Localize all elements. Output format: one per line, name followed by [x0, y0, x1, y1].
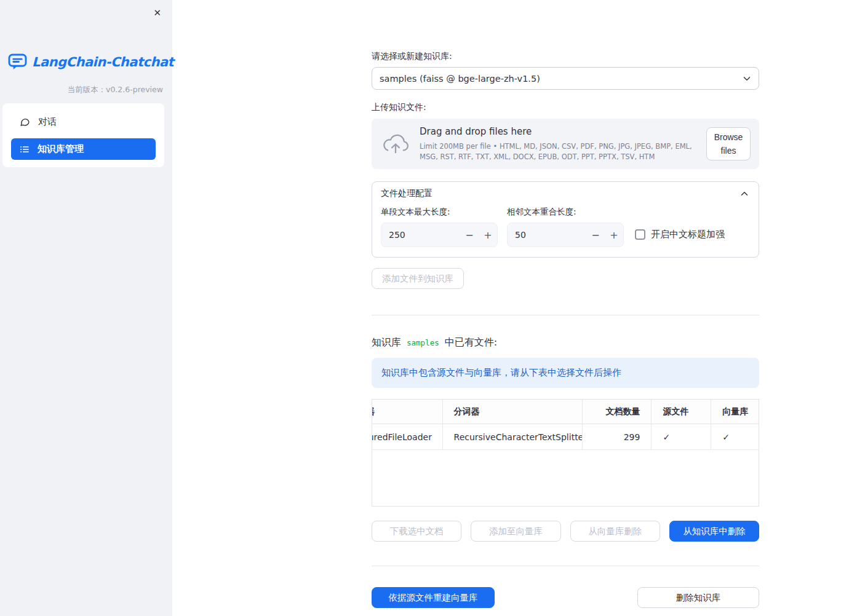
delete-kb-button[interactable]: 删除知识库 — [637, 587, 759, 608]
add-files-to-kb-button[interactable]: 添加文件到知识库 — [372, 268, 464, 289]
delete-from-vector-store-button[interactable]: 从向量库删除 — [570, 521, 660, 542]
column-header-splitter: 分词器 — [443, 400, 583, 424]
existing-files-line: 知识库 samples 中已有文件: — [372, 336, 759, 349]
file-dropzone[interactable]: Drag and drop files here Limit 200MB per… — [372, 119, 759, 169]
expander-title: 文件处理配置 — [381, 188, 432, 199]
overlap-group: 相邻文本重合长度: 50 − + — [507, 207, 624, 247]
overlap-value: 50 — [508, 230, 586, 240]
cell-loader: UnstructuredFileLoader — [372, 424, 443, 449]
kb-name-code: samples — [407, 338, 439, 347]
kb-select[interactable]: samples (faiss @ bge-large-zh-v1.5) — [372, 67, 759, 90]
delete-from-kb-button[interactable]: 从知识库中删除 — [669, 521, 759, 542]
kb-select-label: 请选择或新建知识库: — [372, 51, 759, 62]
kb-select-value: samples (faiss @ bge-large-zh-v1.5) — [380, 74, 741, 84]
version-label: 当前版本： — [68, 85, 106, 94]
file-actions-row: 下载选中文档 添加至向量库 从向量库删除 从知识库中删除 — [372, 521, 759, 542]
rebuild-vector-store-button[interactable]: 依据源文件重建向量库 — [372, 587, 495, 608]
logo-chat-icon — [8, 53, 27, 70]
browse-files-button[interactable]: Browse files — [706, 127, 751, 161]
plus-stepper[interactable]: + — [479, 229, 497, 241]
sidebar-item-label: 知识库管理 — [38, 143, 84, 155]
sidebar-close-icon[interactable]: ✕ — [151, 5, 164, 21]
expander-header[interactable]: 文件处理配置 — [372, 182, 759, 205]
app-logo: LangChain-Chatchat — [8, 53, 173, 70]
sidebar-item-knowledge-base[interactable]: 知识库管理 — [11, 138, 156, 160]
column-header-vector-store: 向量库 — [711, 400, 759, 424]
files-table: 文档加载器 分词器 文档数量 源文件 向量库 UnstructuredFileL… — [372, 399, 759, 507]
expander-body: 单段文本最大长度: 250 − + 相邻文本重合长度: 50 − + — [372, 205, 759, 257]
dropzone-title: Drag and drop files here — [420, 126, 696, 137]
info-banner: 知识库中包含源文件与向量库，请从下表中选择文件后操作 — [372, 358, 759, 388]
overlap-input[interactable]: 50 − + — [507, 223, 624, 247]
chunk-size-value: 250 — [381, 230, 460, 240]
sidebar-menu: 对话 知识库管理 — [2, 103, 164, 167]
zh-title-checkbox-label: 开启中文标题加强 — [651, 229, 725, 240]
version-value: v0.2.6-preview — [106, 85, 163, 94]
sidebar: ✕ LangChain-Chatchat 当前版本：v0.2.6-preview… — [0, 0, 172, 616]
minus-stepper[interactable]: − — [460, 229, 479, 241]
divider — [372, 315, 759, 315]
minus-stepper[interactable]: − — [586, 229, 605, 241]
check-icon: ✓ — [722, 432, 730, 442]
cell-vector-check: ✓ — [711, 424, 759, 449]
cell-doc-count: 299 — [583, 424, 652, 449]
chat-bubble-icon — [20, 117, 30, 127]
chunk-size-input[interactable]: 250 − + — [381, 223, 498, 247]
dropzone-limits: Limit 200MB per file • HTML, MD, JSON, C… — [420, 141, 696, 161]
table-header-row: 文档加载器 分词器 文档数量 源文件 向量库 — [372, 400, 759, 424]
list-icon — [20, 144, 30, 154]
chevron-down-icon — [741, 73, 752, 84]
download-selected-button[interactable]: 下载选中文档 — [372, 521, 461, 542]
check-icon: ✓ — [663, 432, 670, 442]
cell-splitter: RecursiveCharacterTextSplitter — [443, 424, 583, 449]
existing-suffix: 中已有文件: — [445, 336, 497, 349]
zh-title-checkbox-group[interactable]: 开启中文标题加强 — [635, 222, 725, 247]
logo-text: LangChain-Chatchat — [32, 55, 173, 69]
chevron-up-icon — [739, 188, 750, 199]
chunk-size-label: 单段文本最大长度: — [381, 207, 498, 218]
cell-source-check: ✓ — [652, 424, 711, 449]
plus-stepper[interactable]: + — [605, 229, 623, 241]
dropzone-text: Drag and drop files here Limit 200MB per… — [420, 126, 696, 161]
version-text: 当前版本：v0.2.6-preview — [68, 85, 164, 95]
sidebar-item-chat[interactable]: 对话 — [11, 111, 156, 133]
upload-label: 上传知识文件: — [372, 102, 759, 113]
column-header-doc-count: 文档数量 — [583, 400, 652, 424]
column-header-loader: 文档加载器 — [372, 400, 443, 424]
overlap-label: 相邻文本重合长度: — [507, 207, 624, 218]
checkbox-unchecked[interactable] — [635, 229, 645, 240]
kb-management-row: 依据源文件重建向量库 删除知识库 — [372, 587, 759, 608]
existing-prefix: 知识库 — [372, 336, 401, 349]
divider — [372, 566, 759, 566]
file-config-expander: 文件处理配置 单段文本最大长度: 250 − + 相邻文本重合长度: — [372, 181, 759, 258]
column-header-source-file: 源文件 — [652, 400, 711, 424]
main-content: 请选择或新建知识库: samples (faiss @ bge-large-zh… — [372, 0, 759, 608]
chunk-size-group: 单段文本最大长度: 250 − + — [381, 207, 498, 247]
table-row[interactable]: UnstructuredFileLoader RecursiveCharacte… — [372, 424, 759, 450]
cloud-upload-icon — [381, 133, 410, 155]
add-to-vector-store-button[interactable]: 添加至向量库 — [471, 521, 560, 542]
sidebar-item-label: 对话 — [38, 116, 57, 128]
